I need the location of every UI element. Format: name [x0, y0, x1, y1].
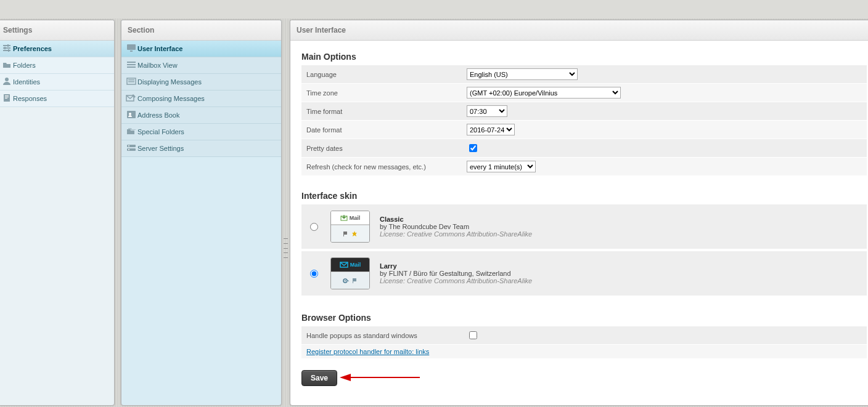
svg-rect-4: [4, 47, 6, 49]
settings-nav-preferences[interactable]: Preferences: [0, 41, 114, 57]
section-item-mailbox-view[interactable]: Mailbox View: [121, 57, 281, 74]
skin-name: Larry: [380, 262, 532, 270]
section-item-label: Composing Messages: [137, 95, 205, 102]
svg-rect-8: [5, 95, 9, 96]
compose-icon: [125, 94, 137, 104]
svg-rect-9: [5, 97, 9, 97]
checkbox-prettydates[interactable]: [469, 144, 477, 152]
svg-point-6: [5, 78, 9, 81]
skin-option-classic: MailClassicby The Roundcube Dev TeamLice…: [301, 204, 867, 249]
label-timeformat: Time format: [301, 102, 462, 121]
link-register-mailto[interactable]: Register protocol handler for mailto: li…: [306, 348, 429, 355]
select-refresh[interactable]: every 1 minute(s): [467, 161, 536, 172]
settings-nav-identities[interactable]: Identities: [0, 74, 114, 91]
star-icon: [351, 231, 358, 237]
svg-rect-11: [127, 44, 136, 50]
svg-rect-12: [130, 50, 133, 52]
select-dateformat[interactable]: 2016-07-24: [467, 124, 515, 135]
section-item-displaying-messages[interactable]: Displaying Messages: [121, 74, 281, 91]
svg-rect-28: [343, 232, 344, 236]
window-top-spacer: [0, 0, 868, 18]
settings-nav-label: Preferences: [13, 45, 52, 52]
label-refresh: Refresh (check for new messages, etc.): [301, 158, 462, 176]
skin-license: License: Creative Commons Attribution-Sh…: [380, 277, 532, 284]
settings-list: PreferencesFoldersIdentitiesResponses: [0, 41, 114, 107]
skin-thumb-classic: Mail: [330, 211, 370, 243]
label-dateformat: Date format: [301, 121, 462, 139]
skin-option-larry: MailLarryby FLINT / Büro für Gestaltung,…: [301, 251, 867, 296]
svg-rect-13: [127, 62, 136, 63]
label-language: Language: [301, 65, 462, 84]
svg-rect-0: [3, 45, 10, 46]
svg-rect-34: [353, 278, 353, 283]
skin-license: License: Creative Commons Attribution-Sh…: [380, 230, 532, 238]
save-button[interactable]: Save: [301, 370, 337, 386]
user-icon: [1, 77, 13, 87]
svg-rect-3: [7, 44, 9, 47]
settings-nav-folders[interactable]: Folders: [0, 57, 114, 74]
skin-name: Classic: [380, 216, 532, 223]
mail-icon: [340, 262, 348, 268]
label-prettydates: Pretty dates: [301, 139, 462, 158]
section-item-label: Mailbox View: [137, 62, 178, 69]
legend-interface-skin: Interface skin: [301, 187, 357, 204]
list-icon: [125, 60, 137, 70]
fieldset-browser-options: Browser Options Handle popups as standar…: [301, 309, 867, 359]
flag-icon: [343, 231, 349, 237]
svg-rect-2: [3, 50, 10, 51]
skin-author: by The Roundcube Dev Team: [380, 223, 532, 230]
folders-icon: [125, 127, 137, 137]
content-panel-title: User Interface: [290, 20, 868, 41]
contact-icon: [125, 110, 137, 121]
section-item-composing-messages[interactable]: Composing Messages: [121, 91, 281, 107]
section-panel: Section User InterfaceMailbox ViewDispla…: [121, 20, 282, 406]
section-item-label: Special Folders: [137, 128, 184, 135]
sliders-icon: [1, 44, 13, 54]
section-item-label: Displaying Messages: [137, 78, 202, 86]
section-item-label: Server Settings: [137, 145, 184, 152]
skin-meta: Classicby The Roundcube Dev TeamLicense:…: [380, 216, 532, 238]
legend-browser-options: Browser Options: [301, 309, 371, 326]
svg-point-24: [128, 145, 129, 147]
settings-panel-title: Settings: [0, 20, 114, 41]
pane-splitter[interactable]: [284, 238, 288, 258]
svg-rect-10: [5, 98, 7, 99]
settings-panel: Settings PreferencesFoldersIdentitiesRes…: [0, 20, 115, 406]
svg-rect-15: [127, 66, 136, 68]
message-icon: [125, 77, 137, 87]
settings-nav-label: Folders: [13, 62, 36, 69]
server-icon: [125, 143, 137, 153]
skin-thumb-larry: Mail: [330, 257, 370, 289]
section-item-server-settings[interactable]: Server Settings: [121, 140, 281, 157]
select-language[interactable]: English (US): [467, 68, 578, 80]
skin-author: by FLINT / Büro für Gestaltung, Switzerl…: [380, 270, 532, 277]
select-timeformat[interactable]: 07:30: [467, 105, 507, 117]
select-timezone[interactable]: (GMT +02:00) Europe/Vilnius: [467, 87, 621, 99]
radio-skin-classic[interactable]: [310, 223, 318, 231]
section-list: User InterfaceMailbox ViewDisplaying Mes…: [121, 41, 281, 157]
section-item-address-book[interactable]: Address Book: [121, 107, 281, 124]
svg-point-21: [129, 113, 131, 115]
legend-main-options: Main Options: [301, 48, 356, 65]
svg-point-25: [128, 149, 129, 150]
gear-icon: [342, 277, 350, 284]
settings-nav-responses[interactable]: Responses: [0, 91, 114, 107]
checkbox-handle-popups[interactable]: [469, 331, 477, 339]
flag-icon: [352, 278, 358, 284]
radio-skin-larry[interactable]: [310, 270, 318, 278]
svg-rect-1: [3, 47, 10, 49]
svg-rect-5: [8, 49, 9, 52]
label-timezone: Time zone: [301, 84, 462, 102]
content-panel: User Interface Main Options Language Eng…: [290, 20, 868, 406]
skin-meta: Larryby FLINT / Büro für Gestaltung, Swi…: [380, 262, 532, 284]
section-item-label: Address Book: [137, 111, 179, 119]
svg-rect-20: [127, 111, 136, 118]
fieldset-interface-skin: Interface skin MailClassicby The Roundcu…: [301, 187, 867, 298]
mail-down-icon: [340, 215, 348, 221]
section-panel-title: Section: [121, 20, 281, 41]
note-icon: [1, 94, 13, 104]
section-item-user-interface[interactable]: User Interface: [121, 41, 281, 57]
svg-rect-17: [128, 79, 134, 81]
folder-icon: [1, 60, 13, 70]
section-item-special-folders[interactable]: Special Folders: [121, 124, 281, 140]
